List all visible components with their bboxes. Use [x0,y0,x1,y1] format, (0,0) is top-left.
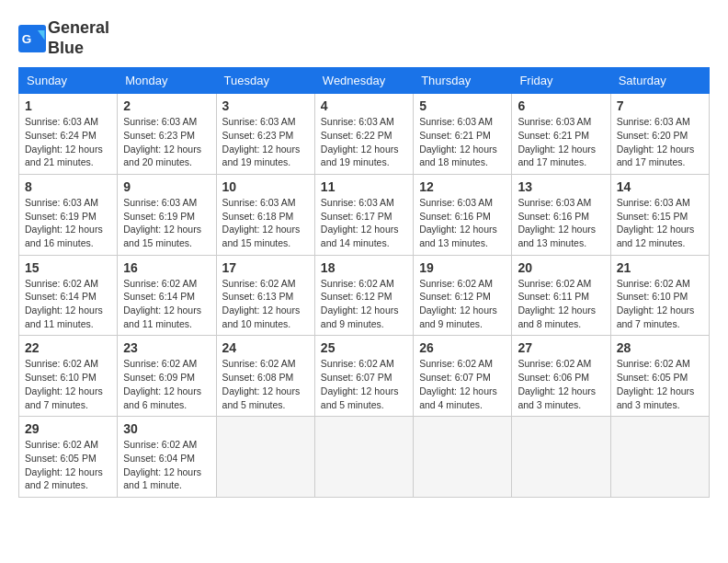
calendar-cell [512,417,610,498]
day-info: Sunrise: 6:02 AMSunset: 6:12 PMDaylight:… [321,277,407,331]
calendar-cell: 7Sunrise: 6:03 AMSunset: 6:20 PMDaylight… [610,94,709,175]
svg-text:G: G [22,31,32,45]
calendar-cell: 23Sunrise: 6:02 AMSunset: 6:09 PMDayligh… [118,336,216,417]
calendar-cell: 27Sunrise: 6:02 AMSunset: 6:06 PMDayligh… [512,336,610,417]
day-number: 17 [222,260,309,275]
day-info: Sunrise: 6:02 AMSunset: 6:11 PMDaylight:… [518,277,604,331]
day-info: Sunrise: 6:02 AMSunset: 6:12 PMDaylight:… [419,277,506,331]
day-number: 9 [123,179,210,194]
calendar-cell: 13Sunrise: 6:03 AMSunset: 6:16 PMDayligh… [512,174,610,255]
calendar-week-row: 1Sunrise: 6:03 AMSunset: 6:24 PMDaylight… [19,94,710,175]
day-number: 10 [222,179,309,194]
calendar-week-row: 29Sunrise: 6:02 AMSunset: 6:05 PMDayligh… [19,417,710,498]
calendar-cell: 25Sunrise: 6:02 AMSunset: 6:07 PMDayligh… [314,336,413,417]
day-number: 4 [321,98,407,113]
day-number: 12 [419,179,506,194]
calendar-cell: 17Sunrise: 6:02 AMSunset: 6:13 PMDayligh… [216,255,314,336]
calendar-cell: 4Sunrise: 6:03 AMSunset: 6:22 PMDaylight… [314,94,413,175]
day-number: 22 [25,340,111,355]
calendar-week-row: 22Sunrise: 6:02 AMSunset: 6:10 PMDayligh… [19,336,710,417]
calendar-cell: 12Sunrise: 6:03 AMSunset: 6:16 PMDayligh… [414,174,512,255]
calendar-cell: 6Sunrise: 6:03 AMSunset: 6:21 PMDaylight… [512,94,610,175]
logo: G General Blue [18,18,109,58]
calendar-week-row: 15Sunrise: 6:02 AMSunset: 6:14 PMDayligh… [19,255,710,336]
calendar-cell: 18Sunrise: 6:02 AMSunset: 6:12 PMDayligh… [314,255,413,336]
day-number: 14 [617,179,703,194]
day-number: 7 [617,98,703,113]
calendar-cell [216,417,314,498]
day-number: 25 [321,340,407,355]
day-number: 3 [222,98,309,113]
calendar-cell: 19Sunrise: 6:02 AMSunset: 6:12 PMDayligh… [414,255,512,336]
calendar-cell: 24Sunrise: 6:02 AMSunset: 6:08 PMDayligh… [216,336,314,417]
calendar-cell: 28Sunrise: 6:02 AMSunset: 6:05 PMDayligh… [610,336,709,417]
day-info: Sunrise: 6:02 AMSunset: 6:14 PMDaylight:… [123,277,210,331]
calendar-cell [314,417,413,498]
calendar-cell: 20Sunrise: 6:02 AMSunset: 6:11 PMDayligh… [512,255,610,336]
day-info: Sunrise: 6:03 AMSunset: 6:20 PMDaylight:… [617,115,703,169]
calendar-cell: 8Sunrise: 6:03 AMSunset: 6:19 PMDaylight… [19,174,118,255]
day-info: Sunrise: 6:03 AMSunset: 6:21 PMDaylight:… [518,115,604,169]
calendar-cell: 10Sunrise: 6:03 AMSunset: 6:18 PMDayligh… [216,174,314,255]
day-number: 26 [419,340,506,355]
day-number: 8 [25,179,111,194]
calendar-cell [414,417,512,498]
calendar-cell: 15Sunrise: 6:02 AMSunset: 6:14 PMDayligh… [19,255,118,336]
calendar-header-tuesday: Tuesday [216,68,314,94]
day-info: Sunrise: 6:03 AMSunset: 6:23 PMDaylight:… [222,115,309,169]
calendar-header-saturday: Saturday [610,68,709,94]
calendar-cell: 26Sunrise: 6:02 AMSunset: 6:07 PMDayligh… [414,336,512,417]
day-number: 28 [617,340,703,355]
calendar-header-row: SundayMondayTuesdayWednesdayThursdayFrid… [19,68,710,94]
day-info: Sunrise: 6:03 AMSunset: 6:16 PMDaylight:… [518,196,604,250]
calendar-table: SundayMondayTuesdayWednesdayThursdayFrid… [18,67,710,498]
day-info: Sunrise: 6:03 AMSunset: 6:19 PMDaylight:… [25,196,111,250]
day-info: Sunrise: 6:02 AMSunset: 6:05 PMDaylight:… [25,438,111,492]
day-info: Sunrise: 6:02 AMSunset: 6:13 PMDaylight:… [222,277,309,331]
calendar-cell: 14Sunrise: 6:03 AMSunset: 6:15 PMDayligh… [610,174,709,255]
day-number: 5 [419,98,506,113]
day-number: 6 [518,98,604,113]
day-info: Sunrise: 6:02 AMSunset: 6:07 PMDaylight:… [321,357,407,411]
logo-text: General Blue [48,18,109,58]
calendar-cell: 22Sunrise: 6:02 AMSunset: 6:10 PMDayligh… [19,336,118,417]
day-info: Sunrise: 6:03 AMSunset: 6:22 PMDaylight:… [321,115,407,169]
calendar-cell: 29Sunrise: 6:02 AMSunset: 6:05 PMDayligh… [19,417,118,498]
logo-icon: G [18,25,46,52]
day-number: 20 [518,260,604,275]
day-info: Sunrise: 6:03 AMSunset: 6:23 PMDaylight:… [123,115,210,169]
day-info: Sunrise: 6:02 AMSunset: 6:08 PMDaylight:… [222,357,309,411]
calendar-header-thursday: Thursday [414,68,512,94]
day-info: Sunrise: 6:03 AMSunset: 6:24 PMDaylight:… [25,115,111,169]
day-info: Sunrise: 6:02 AMSunset: 6:10 PMDaylight:… [617,277,703,331]
day-number: 18 [321,260,407,275]
day-number: 29 [25,421,111,436]
calendar-header-friday: Friday [512,68,610,94]
day-number: 11 [321,179,407,194]
day-info: Sunrise: 6:03 AMSunset: 6:17 PMDaylight:… [321,196,407,250]
calendar-cell: 30Sunrise: 6:02 AMSunset: 6:04 PMDayligh… [118,417,216,498]
calendar-cell: 9Sunrise: 6:03 AMSunset: 6:19 PMDaylight… [118,174,216,255]
day-info: Sunrise: 6:02 AMSunset: 6:14 PMDaylight:… [25,277,111,331]
day-info: Sunrise: 6:02 AMSunset: 6:10 PMDaylight:… [25,357,111,411]
calendar-cell: 5Sunrise: 6:03 AMSunset: 6:21 PMDaylight… [414,94,512,175]
day-number: 23 [123,340,210,355]
day-number: 1 [25,98,111,113]
day-number: 13 [518,179,604,194]
calendar-cell: 21Sunrise: 6:02 AMSunset: 6:10 PMDayligh… [610,255,709,336]
day-number: 2 [123,98,210,113]
calendar-cell: 11Sunrise: 6:03 AMSunset: 6:17 PMDayligh… [314,174,413,255]
day-info: Sunrise: 6:03 AMSunset: 6:18 PMDaylight:… [222,196,309,250]
calendar-header-wednesday: Wednesday [314,68,413,94]
day-number: 24 [222,340,309,355]
day-number: 21 [617,260,703,275]
calendar-cell: 16Sunrise: 6:02 AMSunset: 6:14 PMDayligh… [118,255,216,336]
calendar-cell [610,417,709,498]
day-info: Sunrise: 6:03 AMSunset: 6:15 PMDaylight:… [617,196,703,250]
day-info: Sunrise: 6:03 AMSunset: 6:16 PMDaylight:… [419,196,506,250]
day-info: Sunrise: 6:02 AMSunset: 6:04 PMDaylight:… [123,438,210,492]
day-info: Sunrise: 6:03 AMSunset: 6:21 PMDaylight:… [419,115,506,169]
page-header: G General Blue [18,18,710,58]
calendar-week-row: 8Sunrise: 6:03 AMSunset: 6:19 PMDaylight… [19,174,710,255]
calendar-body: 1Sunrise: 6:03 AMSunset: 6:24 PMDaylight… [19,94,710,498]
